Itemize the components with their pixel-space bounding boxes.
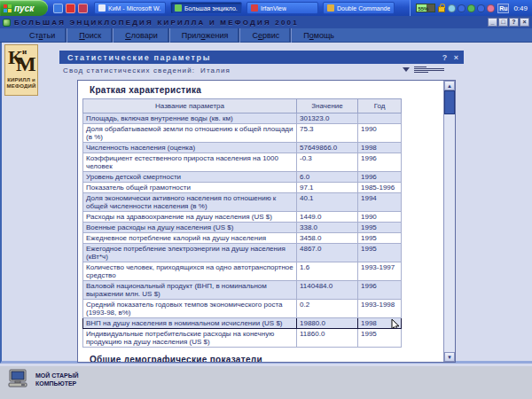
param-name-cell: Средний показатель годовых темпов эконом… (83, 300, 297, 318)
param-name-cell: Коэффициент естественного прироста насел… (83, 153, 297, 172)
table-row[interactable]: Средний показатель годовых темпов эконом… (83, 300, 402, 318)
table-row[interactable]: Валовой национальный продукт (ВНП, в ном… (83, 281, 402, 300)
table-row[interactable]: Ежегодное потребление электроэнергии на … (83, 244, 402, 262)
panel-titlebar: Статистические параметры ?× (59, 51, 464, 64)
km-app-icon[interactable] (66, 4, 75, 13)
panel-help-button[interactable]: ? (440, 53, 450, 62)
media-app-icon[interactable] (78, 4, 88, 13)
table-row[interactable]: Площадь, включая внутренние воды (кв. км… (83, 113, 402, 124)
dataset-controls (403, 66, 444, 73)
value-cell: 1.6 (297, 262, 358, 281)
task-button-label: Double Commande... (337, 5, 390, 12)
menu-item-статьи[interactable]: Статьи (18, 28, 66, 43)
subtitle-value: Италия (200, 66, 231, 74)
year-cell: 1990 (358, 124, 402, 143)
column-header: Год (358, 99, 402, 113)
menu-item-сервис[interactable]: Сервис (239, 28, 291, 43)
year-cell: 1998 (358, 143, 402, 153)
param-name-cell: Ежегодное потребление электроэнергии на … (83, 244, 297, 262)
year-cell: 1995 (358, 223, 402, 233)
taskbar-task-button[interactable]: KиM - Microsoft W... (94, 2, 166, 14)
param-name-cell: Расходы на здравоохранение на душу насел… (83, 212, 297, 223)
battery-indicator[interactable]: 55% (416, 4, 435, 12)
value-cell: 11860.0 (297, 329, 358, 348)
panel-controls: ?× (440, 53, 461, 62)
vertical-scrollbar[interactable]: ▲ ▼ (443, 81, 455, 362)
table-row[interactable]: Индивидуальные потребительские расходы н… (83, 329, 402, 348)
table-row[interactable]: Военные расходы на душу населения (US $)… (83, 223, 402, 233)
year-cell: 1996 (358, 172, 402, 183)
my-computer-shortcut[interactable]: МОЙ СТАРЫЙ КОМПЬЮТЕР (7, 369, 79, 390)
table-row[interactable]: Расходы на здравоохранение на душу насел… (83, 212, 402, 223)
task-app-icon (175, 4, 182, 12)
table-row[interactable]: Доля экономически активного населения по… (83, 193, 402, 212)
table-row[interactable]: ВНП на душу населения в номинальном исчи… (83, 318, 402, 329)
app-icon (3, 19, 11, 27)
screen: пуск KиM - Microsoft W...Большая энцикло… (0, 0, 532, 399)
param-name-cell: Уровень детской смертности (83, 172, 297, 183)
table-row[interactable]: Ежедневное потребление калорий на душу н… (83, 233, 402, 244)
year-cell: 1996 (358, 153, 402, 172)
mouse-cursor (391, 319, 401, 329)
panel-close-button[interactable]: × (451, 53, 461, 62)
table-row[interactable]: Показатель общей грамотности97.11985-199… (83, 183, 402, 193)
computer-icon (7, 369, 30, 390)
tray-icon[interactable] (448, 4, 456, 12)
menu-item-помощь[interactable]: Помощь (291, 28, 346, 43)
desktop: МОЙ СТАРЫЙ КОМПЬЮТЕР (0, 366, 532, 399)
tray-icon[interactable] (467, 4, 475, 12)
table-header-row: Название параметраЗначениеГод (83, 99, 402, 113)
menu-item-приложения[interactable]: Приложения (169, 28, 240, 43)
menu-bar: СтатьиПоискСловариПриложенияСервисПомощь (0, 28, 532, 43)
tray-icon[interactable] (487, 4, 495, 12)
tray-icons (448, 4, 495, 12)
year-cell: 1993-1997 (358, 262, 402, 281)
param-name-cell: Количество человек, приходящихся на одно… (83, 262, 297, 281)
list-icon[interactable] (414, 66, 444, 73)
year-cell (358, 113, 402, 124)
task-app-icon (327, 4, 334, 12)
task-button-label: IrfanView (261, 5, 286, 12)
table-row[interactable]: Количество человек, приходящихся на одно… (83, 262, 402, 281)
language-indicator[interactable]: Ru (497, 4, 509, 13)
year-cell: 1994 (358, 193, 402, 212)
tray-icon[interactable] (477, 4, 485, 12)
taskbar-task-button[interactable]: Double Commande... (323, 2, 395, 14)
table-row[interactable]: Численность населения (оценка)57649866.0… (83, 143, 402, 153)
start-button[interactable]: пуск (0, 0, 48, 16)
scroll-down-button[interactable]: ▼ (444, 352, 455, 362)
help-button[interactable]: ? (509, 18, 519, 27)
table-row[interactable]: Коэффициент естественного прироста насел… (83, 153, 402, 172)
scrollbar-thumb[interactable] (444, 90, 455, 114)
param-name-cell: Ежедневное потребление калорий на душу н… (83, 233, 297, 244)
browser-icon[interactable] (53, 4, 63, 13)
restore-button[interactable]: □ (498, 18, 508, 27)
value-cell: 97.1 (297, 183, 358, 193)
param-name-cell: Показатель общей грамотности (83, 183, 297, 193)
menu-item-словари[interactable]: Словари (113, 28, 169, 43)
value-cell: 40.1 (297, 193, 358, 212)
task-app-icon (251, 4, 258, 12)
task-button-label: Большая энцикло... (184, 5, 238, 12)
dropdown-arrow-icon[interactable] (403, 67, 410, 72)
panel-content: Краткая характеристикаНазвание параметра… (78, 81, 443, 362)
taskbar-task-button[interactable]: IrfanView (246, 2, 318, 14)
scroll-up-button[interactable]: ▲ (444, 81, 455, 90)
menu-item-поиск[interactable]: Поиск (66, 28, 113, 43)
taskbar-task-button[interactable]: Большая энцикло... (170, 2, 242, 14)
value-cell: 301323.0 (297, 113, 358, 124)
param-name-cell: ВНП на душу населения в номинальном исчи… (83, 318, 297, 329)
param-name-cell: Индивидуальные потребительские расходы н… (83, 329, 297, 348)
table-row[interactable]: Уровень детской смертности6.01996 (83, 172, 402, 183)
column-header: Название параметра (83, 99, 297, 113)
stats-table: Название параметраЗначениеГодПлощадь, вк… (82, 98, 402, 348)
client-area: К и М КИРИЛЛ и МЕФОДИЙ Статистические па… (0, 43, 532, 364)
minimize-button[interactable]: _ (488, 18, 497, 27)
close-button[interactable]: × (520, 18, 529, 27)
window-controls: _□?× (488, 18, 529, 27)
lock-icon[interactable] (438, 6, 445, 12)
tray-icon[interactable] (458, 4, 466, 12)
value-cell: 19880.0 (297, 318, 358, 329)
param-name-cell: Валовой национальный продукт (ВНП, в ном… (83, 281, 297, 300)
table-row[interactable]: Доля обрабатываемой земли по отношению к… (83, 124, 402, 143)
